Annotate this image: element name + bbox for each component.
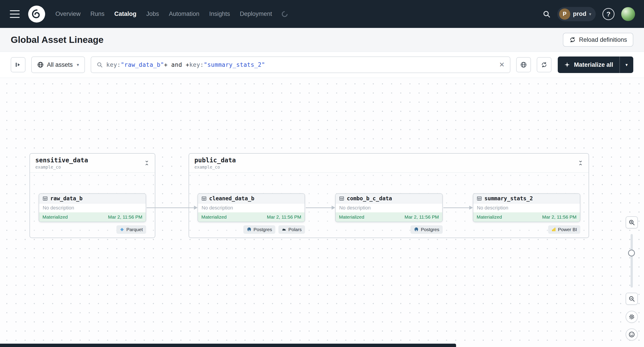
kind-badge-postgres[interactable]: Postgres (243, 225, 276, 234)
asset-kind-badges: Postgres (335, 225, 443, 234)
table-icon (339, 196, 344, 201)
table-icon (42, 196, 48, 201)
asset-node-cleaned-data-b[interactable]: cleaned_data_b No description Materializ… (198, 193, 305, 222)
page-header: Global Asset Lineage Reload definitions (0, 28, 644, 52)
asset-kind-badges: Power BI (473, 225, 580, 234)
clear-query-button[interactable]: ✕ (499, 61, 504, 68)
help-button[interactable]: ? (602, 8, 614, 20)
asset-selection-input[interactable]: key:"raw_data_b"+ and +key:"summary_stat… (91, 56, 510, 73)
asset-description: No description (198, 203, 304, 212)
materialization-timestamp: Mar 2, 11:56 PM (404, 214, 439, 220)
asset-node-summary-stats-2[interactable]: summary_stats_2 No description Materiali… (473, 193, 580, 222)
asset-status-row: Materialized Mar 2, 11:56 PM (336, 212, 442, 222)
kind-badge-parquet[interactable]: Parquet (116, 225, 146, 234)
globe-icon (37, 61, 44, 68)
collapse-icon (578, 160, 584, 166)
kind-badge-label: Postgres (421, 227, 439, 232)
query-token: key: (189, 61, 204, 68)
kind-badge-polars[interactable]: Polars (278, 225, 305, 234)
kind-badge-label: Polars (288, 227, 302, 232)
nav-item-jobs[interactable]: Jobs (146, 10, 159, 17)
polars-icon (282, 227, 286, 232)
kind-badge-label: Postgres (254, 227, 272, 232)
hamburger-menu-button[interactable] (9, 9, 20, 18)
group-title: public_data (194, 157, 583, 164)
navbar-right-cluster: P prod ▾ ? (542, 7, 635, 21)
nav-item-overview[interactable]: Overview (56, 10, 81, 17)
feedback-button[interactable] (626, 329, 638, 341)
globe-icon (520, 61, 527, 68)
asset-name: raw_data_b (50, 195, 83, 202)
zoom-in-button[interactable] (626, 216, 638, 228)
query-token: and (168, 61, 186, 68)
primary-nav: Overview Runs Catalog Jobs Automation In… (56, 10, 288, 17)
nav-item-catalog[interactable]: Catalog (114, 10, 136, 17)
asset-name: cleaned_data_b (209, 195, 254, 202)
kind-badge-label: Parquet (126, 227, 143, 232)
zoom-slider-handle[interactable] (628, 250, 635, 256)
nav-item-runs[interactable]: Runs (90, 10, 104, 17)
search-icon (542, 10, 550, 18)
powerbi-icon (552, 227, 556, 232)
table-icon (477, 196, 482, 201)
asset-description: No description (473, 203, 580, 212)
bottom-drawer-handle[interactable] (0, 344, 456, 347)
materialize-all-button[interactable]: Materialize all (558, 56, 620, 73)
status-badge: Materialized (339, 214, 364, 220)
nav-item-deployment[interactable]: Deployment (240, 10, 272, 17)
table-icon (201, 196, 207, 201)
zoom-out-button[interactable] (626, 293, 638, 305)
chevron-down-icon: ▾ (77, 62, 79, 67)
lineage-edge (146, 207, 194, 208)
refresh-button[interactable] (537, 57, 552, 72)
lineage-edge (443, 207, 470, 208)
deployment-initial-badge: P (559, 8, 570, 20)
asset-node-header: raw_data_b (39, 194, 146, 203)
global-search-button[interactable] (542, 10, 550, 18)
asset-status-row: Materialized Mar 2, 11:56 PM (198, 212, 304, 222)
asset-node-header: combo_b_c_data (336, 194, 442, 203)
kind-badge-postgres[interactable]: Postgres (410, 225, 443, 234)
lineage-canvas[interactable]: sensitive_data example_co public_data ex… (0, 78, 644, 347)
close-icon: ✕ (499, 61, 504, 68)
kind-badge-powerbi[interactable]: Power BI (548, 225, 580, 234)
materialize-options-caret[interactable]: ▾ (620, 56, 633, 73)
kind-badge-label: Power BI (558, 227, 577, 232)
asset-status-row: Materialized Mar 2, 11:56 PM (39, 212, 146, 222)
graph-view-globe-button[interactable] (516, 57, 531, 72)
dagster-logo[interactable] (28, 5, 45, 22)
gear-icon (628, 314, 635, 320)
asset-kind-badges: Postgres Polars (198, 225, 305, 234)
reload-definitions-label: Reload definitions (579, 36, 627, 43)
lineage-toolbar: All assets ▾ key:"raw_data_b"+ and +key:… (0, 52, 644, 78)
panel-toggle-icon (14, 61, 22, 68)
asset-scope-dropdown[interactable]: All assets ▾ (31, 56, 85, 73)
postgres-icon (414, 227, 419, 232)
asset-node-combo-b-c-data[interactable]: combo_b_c_data No description Materializ… (335, 193, 443, 222)
refresh-icon (541, 61, 548, 68)
sparkle-icon (564, 62, 570, 68)
collapse-group-button[interactable] (142, 159, 151, 167)
dagster-logo-icon (31, 8, 42, 20)
query-token: "summary_stats_2" (204, 61, 265, 68)
materialize-all-split-button: Materialize all ▾ (558, 56, 633, 73)
group-code-location: example_co (35, 165, 150, 169)
asset-scope-label: All assets (47, 61, 73, 68)
collapse-group-button[interactable] (576, 159, 585, 167)
zoom-slider[interactable] (630, 234, 633, 288)
zoom-out-icon (628, 296, 635, 302)
page-title: Global Asset Lineage (11, 35, 104, 45)
graph-settings-button[interactable] (626, 311, 638, 323)
reload-icon (569, 36, 576, 43)
asset-name: combo_b_c_data (347, 195, 392, 202)
materialize-all-label: Materialize all (574, 61, 613, 68)
status-badge: Materialized (477, 214, 502, 220)
deployment-switcher[interactable]: P prod ▾ (557, 7, 596, 21)
reload-definitions-button[interactable]: Reload definitions (563, 33, 633, 47)
user-avatar[interactable] (621, 7, 635, 21)
nav-item-insights[interactable]: Insights (209, 10, 230, 17)
open-side-panel-button[interactable] (11, 57, 26, 72)
asset-description: No description (39, 203, 146, 212)
asset-node-raw-data-b[interactable]: raw_data_b No description Materialized M… (39, 193, 146, 222)
nav-item-automation[interactable]: Automation (169, 10, 200, 17)
